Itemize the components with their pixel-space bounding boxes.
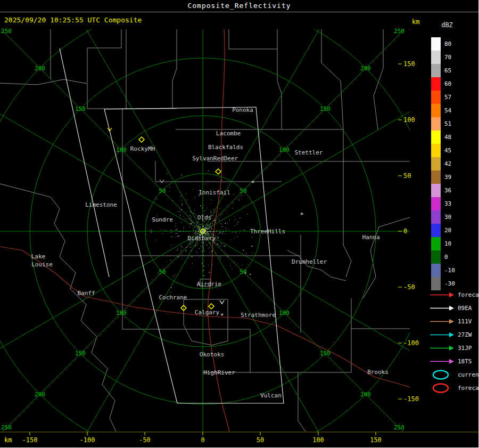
clutter-dot (223, 231, 224, 232)
right-axis-label: -50 (403, 283, 415, 291)
county-boundary-line (298, 372, 305, 431)
clutter-dot (233, 202, 234, 203)
clutter-dot (220, 246, 221, 246)
radar-map-canvas[interactable]: 5050505010010010010015015015015020020020… (0, 0, 479, 448)
clutter-dot (212, 264, 212, 265)
clutter-dot (211, 231, 211, 232)
clutter-dot (202, 258, 203, 258)
clutter-dot (202, 232, 203, 232)
clutter-dot (173, 231, 174, 231)
clutter-dot (196, 225, 196, 225)
clutter-dot (226, 229, 226, 229)
scale-value: 20 (444, 227, 451, 234)
place-label: Ponoka (232, 107, 253, 113)
clutter-dot (209, 231, 209, 232)
clutter-dot (234, 216, 235, 217)
clutter-dot (197, 245, 197, 245)
scale-swatch (431, 250, 441, 264)
azimuth-spoke (0, 231, 203, 442)
clutter-dot (179, 231, 180, 231)
clutter-dot (201, 224, 201, 225)
clutter-dot (226, 227, 226, 228)
scale-row: 60 (431, 77, 455, 91)
clutter-dot (193, 189, 194, 189)
clutter-dot (164, 230, 164, 231)
clutter-dot (221, 250, 222, 250)
clutter-dot (215, 222, 216, 223)
clutter-dot (202, 231, 203, 232)
clutter-dot (206, 231, 207, 232)
ring-distance-label: 50 (159, 268, 166, 275)
scale-row: 45 (431, 144, 455, 157)
clutter-dot (208, 170, 209, 171)
scale-row: -10 (431, 264, 455, 277)
clutter-dot (207, 225, 208, 225)
scale-value: 60 (444, 80, 451, 87)
ring-distance-label: 50 (240, 188, 246, 194)
right-axis-label: 0 (403, 227, 407, 235)
clutter-dot (246, 253, 247, 254)
clutter-dot (209, 233, 210, 234)
clutter-dot (210, 224, 211, 224)
radar-site-marker (139, 137, 144, 142)
clutter-dot (211, 200, 212, 200)
clutter-dot (181, 205, 183, 205)
clutter-dot (204, 233, 204, 234)
county-boundary-line (343, 161, 351, 277)
county-boundary-line (184, 299, 228, 345)
clutter-dot (243, 250, 244, 250)
clutter-dot (224, 234, 225, 234)
scale-swatch (431, 37, 441, 51)
clutter-dot (150, 230, 151, 230)
scale-swatch (431, 210, 441, 224)
clutter-dot (209, 248, 209, 248)
clutter-dot (169, 191, 170, 192)
clutter-dot (242, 265, 242, 265)
clutter-dot (186, 218, 186, 219)
clutter-dot (196, 252, 197, 252)
clutter-dot (207, 229, 208, 229)
scale-row: 48 (431, 131, 455, 144)
ring-distance-label: 100 (116, 309, 127, 316)
clutter-dot (183, 231, 184, 232)
clutter-dot (199, 226, 199, 227)
clutter-dot (210, 224, 210, 225)
clutter-dot (191, 223, 192, 224)
clutter-dot (196, 244, 197, 245)
clutter-dot (202, 207, 203, 208)
clutter-dot (170, 232, 171, 233)
legend-label: 27ZW (458, 331, 472, 338)
clutter-dot (200, 227, 200, 228)
clutter-dot (212, 233, 213, 234)
clutter-dot (171, 287, 172, 288)
clutter-dot (199, 229, 200, 229)
clutter-dot (219, 257, 220, 257)
clutter-dot (206, 231, 207, 231)
clutter-dot (186, 247, 187, 248)
county-boundary-line (287, 250, 346, 281)
clutter-dot (203, 248, 204, 248)
clutter-dot (202, 245, 203, 246)
ring-distance-label: 200 (360, 391, 371, 398)
azimuth-spoke (203, 82, 461, 231)
caret-marker (220, 300, 224, 304)
clutter-dot (219, 233, 220, 234)
clutter-dot (225, 223, 226, 224)
right-axis-label: 150 (403, 60, 415, 68)
clutter-dot (202, 250, 202, 251)
clutter-dot (232, 232, 233, 233)
clutter-dot (145, 234, 146, 235)
bottom-axis-label: 100 (312, 436, 324, 444)
clutter-dot (183, 216, 184, 217)
legend-label: 111V (458, 318, 472, 325)
clutter-dot (228, 229, 229, 230)
arrow-head (449, 359, 454, 364)
county-boundary-line (229, 29, 277, 49)
clutter-dot (210, 243, 211, 244)
clutter-dot (217, 244, 218, 245)
clutter-dot (217, 231, 217, 231)
clutter-dot (240, 197, 240, 198)
place-label: Blackfalds (208, 144, 243, 151)
place-label: Lake (31, 253, 46, 260)
clutter-dot (218, 238, 219, 238)
